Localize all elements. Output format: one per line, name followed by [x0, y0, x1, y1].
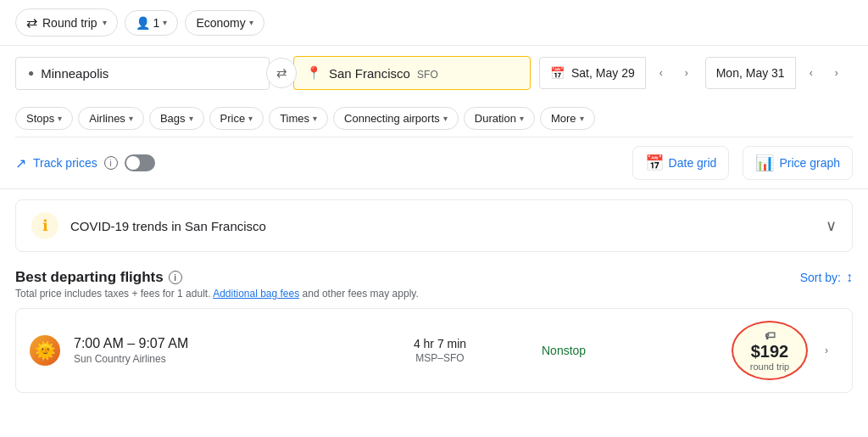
covid-left: ℹ COVID-19 trends in San Francisco: [31, 212, 266, 239]
round-trip-icon: ⇄: [26, 14, 37, 31]
additional-bag-fees-link[interactable]: Additional bag fees: [213, 288, 299, 300]
more-filter-button[interactable]: More ▾: [540, 107, 595, 130]
return-prev-button[interactable]: ‹: [799, 61, 823, 85]
route-text: MSP–SFO: [352, 352, 528, 364]
return-date-field[interactable]: Mon, May 31: [705, 57, 796, 89]
flights-subtitle: Total price includes taxes + fees for 1 …: [15, 288, 853, 300]
cabin-class-button[interactable]: Economy ▾: [185, 10, 264, 36]
price-section: 🏷 $192 round trip ›: [732, 321, 838, 380]
track-prices-info-icon[interactable]: i: [104, 156, 118, 170]
covid-title: COVID-19 trends in San Francisco: [70, 219, 266, 233]
filter-row: Stops ▾ Airlines ▾ Bags ▾ Price ▾ Times …: [0, 100, 868, 137]
origin-field[interactable]: ● Minneapolis: [15, 57, 270, 90]
calendar-icon: 📅: [550, 66, 565, 80]
search-row: ● Minneapolis ⇄ 📍 San Francisco SFO 📅 Sa…: [0, 46, 868, 100]
price-icon: 🏷: [765, 329, 776, 342]
stops-chevron: ▾: [58, 114, 62, 123]
origin-dot-icon: ●: [28, 67, 34, 79]
duration-filter-button[interactable]: Duration ▾: [464, 107, 535, 130]
subtitle-text: Total price includes taxes + fees for 1 …: [15, 288, 210, 300]
date-grid-label: Date grid: [669, 156, 717, 170]
sort-by-section[interactable]: Sort by: ↕: [800, 270, 853, 285]
price-graph-button[interactable]: 📊 Price graph: [743, 146, 853, 180]
connecting-airports-label: Connecting airports: [344, 112, 440, 125]
person-icon: 👤: [136, 16, 150, 30]
price-amount: $192: [751, 342, 789, 361]
times-filter-button[interactable]: Times ▾: [269, 107, 328, 130]
track-prices-toggle[interactable]: [125, 154, 155, 171]
departure-date-label: Sat, May 29: [571, 66, 635, 80]
airlines-filter-button[interactable]: Airlines ▾: [78, 107, 144, 130]
return-date-nav: ‹ ›: [799, 61, 849, 85]
flights-header: Best departing flights i Sort by: ↕: [15, 269, 853, 286]
connecting-airports-filter-button[interactable]: Connecting airports ▾: [333, 107, 459, 130]
flight-stops: Nonstop: [542, 344, 718, 357]
departure-date-field[interactable]: 📅 Sat, May 29: [539, 57, 646, 89]
price-graph-icon: 📊: [755, 154, 774, 172]
toggle-knob: [126, 156, 140, 170]
bags-filter-button[interactable]: Bags ▾: [149, 107, 204, 130]
flights-title-container: Best departing flights i: [15, 269, 182, 286]
sort-icon: ↕: [846, 270, 853, 285]
cabin-chevron: ▾: [249, 18, 253, 27]
trip-type-button[interactable]: ⇄ Round trip ▾: [15, 8, 118, 36]
origin-text: Minneapolis: [41, 66, 108, 81]
tools-row: ↗ Track prices i 📅 Date grid 📊 Price gra…: [0, 137, 868, 189]
stops-filter-button[interactable]: Stops ▾: [15, 107, 73, 130]
more-filter-label: More: [551, 112, 576, 125]
duration-chevron: ▾: [520, 114, 524, 123]
flights-title-text: Best departing flights: [15, 269, 164, 286]
trip-type-chevron: ▾: [103, 18, 107, 27]
destination-field[interactable]: 📍 San Francisco SFO: [293, 56, 531, 90]
flight-expand-button[interactable]: ›: [815, 339, 838, 362]
flights-info-icon[interactable]: i: [169, 271, 182, 284]
flight-row[interactable]: 🌞 7:00 AM – 9:07 AM Sun Country Airlines…: [15, 308, 853, 393]
right-tools: 📅 Date grid 📊 Price graph: [632, 146, 853, 180]
covid-chevron: ∨: [826, 216, 837, 235]
airline-logo: 🌞: [30, 335, 60, 366]
duration-text: 4 hr 7 min: [352, 337, 528, 350]
covid-banner[interactable]: ℹ COVID-19 trends in San Francisco ∨: [15, 199, 853, 252]
expand-chevron: ›: [825, 345, 828, 356]
bags-filter-label: Bags: [160, 112, 186, 125]
airline-logo-icon: 🌞: [35, 340, 56, 361]
bags-chevron: ▾: [189, 114, 193, 123]
price-label: round trip: [750, 361, 789, 372]
price-bubble: 🏷 $192 round trip: [732, 321, 808, 380]
flights-section: Best departing flights i Sort by: ↕ Tota…: [0, 262, 868, 400]
airline-name: Sun Country Airlines: [74, 353, 338, 365]
swap-icon: ⇄: [276, 65, 287, 81]
nonstop-text: Nonstop: [542, 344, 718, 357]
price-graph-label: Price graph: [779, 156, 840, 170]
track-prices-section: ↗ Track prices i: [15, 154, 155, 171]
destination-text: San Francisco SFO: [329, 66, 438, 81]
times-filter-label: Times: [280, 112, 309, 125]
destination-pin-icon: 📍: [306, 65, 322, 81]
return-next-button[interactable]: ›: [825, 61, 849, 85]
subtitle-suffix: and other fees may apply.: [303, 288, 419, 300]
trend-up-icon: ↗: [15, 155, 26, 171]
sort-by-label: Sort by:: [800, 271, 841, 284]
date-grid-icon: 📅: [645, 154, 664, 172]
price-filter-button[interactable]: Price ▾: [209, 107, 264, 130]
return-date-label: Mon, May 31: [716, 66, 785, 80]
swap-button[interactable]: ⇄: [266, 58, 297, 88]
price-chevron: ▾: [248, 114, 253, 123]
passengers-chevron: ▾: [163, 18, 167, 27]
departure-date-nav: ‹ ›: [649, 61, 698, 85]
departure-next-button[interactable]: ›: [675, 61, 698, 85]
covid-info-icon: ℹ: [31, 212, 58, 239]
departure-prev-button[interactable]: ‹: [649, 61, 673, 85]
price-filter-label: Price: [220, 112, 246, 125]
flight-duration: 4 hr 7 min MSP–SFO: [352, 337, 528, 364]
track-prices-label[interactable]: Track prices: [33, 156, 97, 170]
connecting-airports-chevron: ▾: [443, 114, 448, 123]
passengers-count: 1: [153, 16, 160, 30]
date-grid-button[interactable]: 📅 Date grid: [632, 146, 730, 180]
passengers-button[interactable]: 👤 1 ▾: [125, 10, 179, 36]
top-bar: ⇄ Round trip ▾ 👤 1 ▾ Economy ▾: [0, 0, 868, 46]
duration-filter-label: Duration: [475, 112, 516, 125]
flight-times: 7:00 AM – 9:07 AM Sun Country Airlines: [74, 336, 338, 365]
more-chevron: ▾: [580, 114, 584, 123]
airlines-filter-label: Airlines: [89, 112, 125, 125]
